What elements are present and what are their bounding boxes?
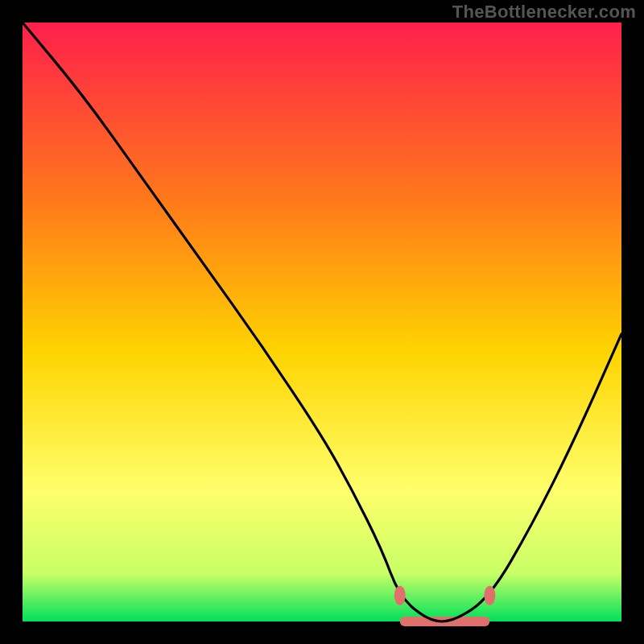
plot-background (23, 23, 621, 621)
optimal-marker (484, 586, 495, 605)
bottleneck-chart (0, 0, 644, 644)
chart-container: TheBottlenecker.com (0, 0, 644, 644)
attribution-label: TheBottlenecker.com (452, 2, 636, 23)
optimal-marker (394, 586, 406, 605)
